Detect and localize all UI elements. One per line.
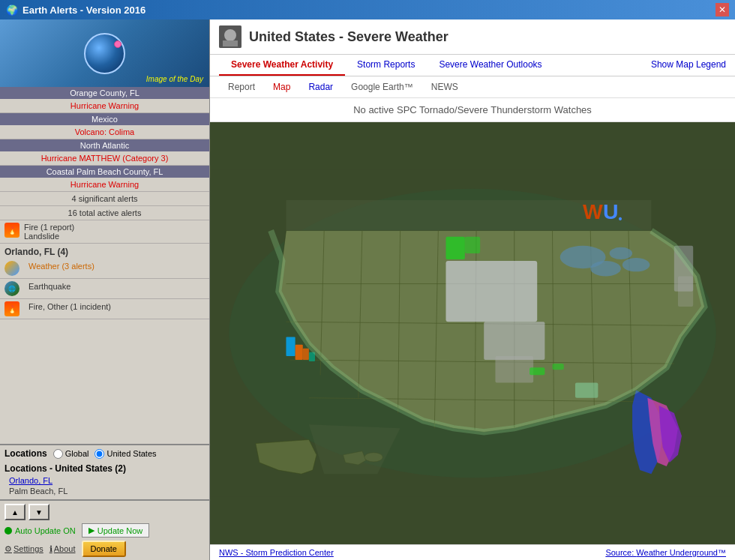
global-radio[interactable]: Global: [53, 449, 89, 459]
svg-point-1: [224, 29, 236, 41]
svg-point-19: [590, 261, 621, 276]
map-container: WU•: [210, 122, 735, 544]
auto-update-label: Auto Update ON: [15, 526, 76, 535]
volcano-colima[interactable]: Volcano: Colima: [4, 127, 205, 136]
svg-text:WU•: WU•: [583, 199, 622, 225]
app-title: Earth Alerts - Version 2016: [22, 4, 146, 16]
settings-button[interactable]: ⚙ Settings: [4, 544, 44, 554]
globe-area: Image of the Day: [0, 19, 209, 87]
us-label: United States: [106, 449, 156, 458]
subnav-report[interactable]: Report: [219, 79, 264, 94]
scroll-down-button[interactable]: ▼: [28, 504, 50, 520]
tab-severe-weather-outlooks[interactable]: Severe Weather Outlooks: [427, 55, 554, 76]
weather-header-icon: [219, 25, 242, 48]
subnav-map[interactable]: Map: [264, 79, 299, 94]
globe-icon: [84, 33, 125, 74]
alert-list: Orange County, FL Hurricane Warning Mexi…: [0, 87, 209, 444]
svg-rect-24: [446, 261, 537, 322]
bottom-buttons: ⚙ Settings ℹ About Donate: [4, 541, 205, 557]
total-alerts-count[interactable]: 16 total active alerts: [4, 208, 205, 217]
earthquake-icon: 🌐: [4, 281, 20, 296]
locations-tabs: Locations Global United States: [4, 448, 205, 459]
svg-rect-29: [575, 382, 598, 397]
orlando-fire-text: Fire, Other (1 incident): [24, 301, 116, 312]
sub-nav: Report Map Radar Google Earth™ NEWS: [210, 76, 735, 98]
orlando-weather-item[interactable]: Weather (3 alerts): [0, 259, 209, 279]
scroll-up-button[interactable]: ▲: [4, 504, 26, 520]
svg-rect-26: [495, 356, 533, 383]
right-panel: United States - Severe Weather Severe We…: [210, 19, 735, 560]
locations-title: Locations - United States (2): [4, 462, 205, 475]
alert-header-atlantic: North Atlantic: [0, 139, 209, 151]
palm-beach-location: Palm Beach, FL: [4, 486, 72, 496]
auto-update-status: Auto Update ON: [4, 526, 76, 535]
app-icon: 🌍: [6, 4, 18, 16]
orlando-weather-text: Weather (3 alerts): [24, 261, 99, 271]
source-label: Source:: [605, 548, 636, 557]
fire-icon: 🔥: [4, 223, 20, 238]
about-label: About: [54, 544, 76, 553]
orlando-location-link[interactable]: Orlando, FL: [4, 475, 205, 486]
footer-source: Source: Weather Underground™: [605, 548, 726, 557]
svg-point-20: [610, 247, 632, 259]
close-button[interactable]: ✕: [716, 3, 729, 16]
subnav-radar[interactable]: Radar: [299, 79, 342, 94]
update-now-button[interactable]: ▶ Update Now: [82, 523, 150, 538]
weather-underground-link[interactable]: Weather Underground™: [636, 548, 726, 557]
hurricane-warning-orange[interactable]: Hurricane Warning: [4, 101, 205, 110]
left-panel: Image of the Day Orange County, FL Hurri…: [0, 19, 210, 560]
bottom-controls: ▲ ▼ Auto Update ON ▶ Update Now ⚙ Settin…: [0, 499, 209, 560]
fire-landslide-item: 🔥 Fire (1 report)Landslide: [0, 220, 209, 244]
right-header-title: United States - Severe Weather: [249, 29, 448, 45]
svg-rect-23: [465, 237, 480, 253]
right-footer: NWS - Storm Prediction Center Source: We…: [210, 544, 735, 560]
us-radio[interactable]: United States: [94, 449, 156, 459]
settings-label: Settings: [14, 544, 44, 553]
global-label: Global: [65, 449, 89, 458]
significant-alerts-count[interactable]: 4 significant alerts: [4, 194, 205, 203]
fire-landslide-text: Fire (1 report)Landslide: [24, 223, 74, 241]
subnav-news[interactable]: NEWS: [422, 79, 467, 94]
scroll-arrows: ▲ ▼: [4, 504, 205, 520]
nws-link[interactable]: NWS - Storm Prediction Center: [219, 548, 334, 557]
subnav-google-earth[interactable]: Google Earth™: [342, 79, 422, 94]
alert-header-orange: Orange County, FL: [0, 87, 209, 99]
about-button[interactable]: ℹ About: [50, 544, 76, 554]
orlando-earthquake-text: Earthquake: [24, 281, 75, 292]
orlando-location-name: Orlando, FL (4): [0, 244, 209, 259]
play-icon: ▶: [88, 526, 94, 535]
orlando-fire-item: 🔥 Fire, Other (1 incident): [0, 299, 209, 319]
orlando-earthquake-item: 🌐 Earthquake: [0, 279, 209, 299]
locations-tab-label: Locations: [4, 448, 47, 459]
svg-rect-2: [223, 40, 238, 46]
hurricane-matthew[interactable]: Hurricane MATTHEW (Category 3): [4, 154, 205, 163]
svg-rect-28: [553, 364, 564, 370]
us-radio-input[interactable]: [94, 449, 104, 459]
donate-button[interactable]: Donate: [82, 541, 126, 557]
title-bar: 🌍 Earth Alerts - Version 2016 ✕: [0, 0, 735, 19]
auto-update-dot: [4, 527, 12, 535]
alert-header-palm-beach: Coastal Palm Beach County, FL: [0, 166, 209, 178]
map-notice: No active SPC Tornado/Severe Thunderstor…: [210, 98, 735, 122]
info-icon: ℹ: [50, 544, 52, 554]
svg-rect-31: [296, 345, 303, 360]
svg-rect-32: [303, 349, 309, 360]
global-radio-input[interactable]: [53, 449, 63, 459]
svg-rect-25: [484, 322, 544, 360]
alert-header-mexico: Mexico: [0, 113, 209, 125]
nav-tabs: Severe Weather Activity Storm Reports Se…: [210, 55, 735, 76]
svg-rect-35: [678, 276, 693, 307]
us-map-svg: WU•: [210, 122, 735, 544]
svg-rect-30: [286, 337, 295, 356]
weather-icon: [4, 261, 20, 276]
locations-section: Locations Global United States Locations…: [0, 444, 209, 499]
globe-dot: [114, 40, 122, 48]
tab-severe-weather-activity[interactable]: Severe Weather Activity: [219, 55, 345, 76]
show-map-legend-link[interactable]: Show Map Legend: [651, 55, 726, 76]
gear-icon: ⚙: [4, 544, 12, 554]
image-of-day-label: Image of the Day: [146, 75, 203, 83]
tab-storm-reports[interactable]: Storm Reports: [345, 55, 427, 76]
svg-point-21: [622, 258, 650, 271]
update-row: Auto Update ON ▶ Update Now: [4, 523, 205, 538]
hurricane-warning-palm[interactable]: Hurricane Warning: [4, 180, 205, 189]
